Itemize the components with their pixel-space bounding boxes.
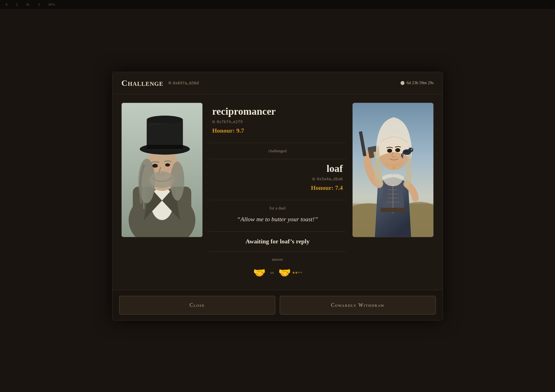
move-right-group: 🤝 <box>278 267 302 279</box>
divider-5 <box>209 251 346 252</box>
challenged-label: challenged <box>209 149 346 153</box>
close-button[interactable]: Close <box>119 296 275 315</box>
challenger-name: recipromancer <box>209 105 346 117</box>
defender-address-text: 0x5a4a…dba6 <box>317 177 343 181</box>
defender-address: ⧉ 0x5a4a…dba6 <box>209 177 346 181</box>
withdraw-button[interactable]: Cowardly Withdraw <box>280 296 436 315</box>
header-timer: 6d 23h 59m 29s <box>401 80 434 85</box>
svg-rect-17 <box>147 145 183 149</box>
divider-2 <box>209 159 346 159</box>
svg-point-32 <box>387 149 392 153</box>
svg-point-11 <box>152 164 158 168</box>
divider-4 <box>209 231 346 232</box>
header-address-text: 0x697a…656d <box>173 81 199 85</box>
svg-point-37 <box>411 149 412 150</box>
challenger-address-text: 0x7bf4…e2f9 <box>217 119 243 124</box>
divider-3 <box>209 200 346 200</box>
defender-portrait <box>352 103 434 237</box>
defender-portrait-art <box>353 103 433 237</box>
challenger-copy-icon: ⧉ <box>212 119 215 124</box>
moves-row: 🤝 vs 🤝 <box>253 267 302 279</box>
awaiting-label: Awaiting for loaf’s reply <box>209 238 346 245</box>
challenger-portrait-svg <box>122 103 202 237</box>
header-left: Challenge ⧉ 0x697a…656d <box>121 78 199 88</box>
modal-body: recipromancer ⧉ 0x7bf4…e2f9 Honour: 9.7 … <box>112 94 443 290</box>
header-copy-icon: ⧉ <box>168 80 171 85</box>
challenger-address: ⧉ 0x7bf4…e2f9 <box>209 119 346 124</box>
modal-title: Challenge <box>121 78 163 88</box>
dot-2 <box>295 272 297 274</box>
timer-dot-icon <box>401 81 404 85</box>
dot-3 <box>298 272 300 273</box>
move-right-emoji: 🤝 <box>278 267 291 279</box>
challenger-portrait <box>121 103 203 237</box>
timer-text: 6d 23h 59m 29s <box>407 80 434 85</box>
moves-label: moves <box>209 257 346 262</box>
svg-point-33 <box>395 148 400 152</box>
challenger-honour: Honour: 9.7 <box>209 127 346 134</box>
modal-footer: Close Cowardly Withdraw <box>112 290 443 320</box>
svg-point-16 <box>147 116 183 124</box>
move-left-emoji: 🤝 <box>253 267 266 279</box>
duel-quote: “Allow me to butter your toast!” <box>209 216 346 223</box>
svg-point-13 <box>149 171 174 188</box>
dot-4 <box>300 272 302 273</box>
center-content: recipromancer ⧉ 0x7bf4…e2f9 Honour: 9.7 … <box>209 103 346 282</box>
challenge-modal: Challenge ⧉ 0x697a…656d 6d 23h 59m 29s <box>112 72 443 320</box>
defender-portrait-svg <box>353 103 433 237</box>
modal-backdrop: Challenge ⧉ 0x697a…656d 6d 23h 59m 29s <box>0 0 555 392</box>
header-address-group: ⧉ 0x697a…656d <box>168 80 199 85</box>
dot-1 <box>293 272 295 274</box>
move-dots <box>293 272 302 274</box>
vs-label: vs <box>270 270 274 275</box>
divider-1 <box>209 143 346 143</box>
defender-copy-icon: ⧉ <box>312 177 315 181</box>
defender-honour: Honour: 7.4 <box>209 184 346 192</box>
svg-point-12 <box>165 163 170 167</box>
svg-rect-27 <box>380 208 405 212</box>
svg-point-38 <box>392 167 395 169</box>
defender-name: loaf <box>209 163 346 174</box>
for-duel-label: for a duel <box>209 206 346 211</box>
modal-header: Challenge ⧉ 0x697a…656d 6d 23h 59m 29s <box>112 72 443 94</box>
challenger-portrait-art <box>122 103 202 237</box>
